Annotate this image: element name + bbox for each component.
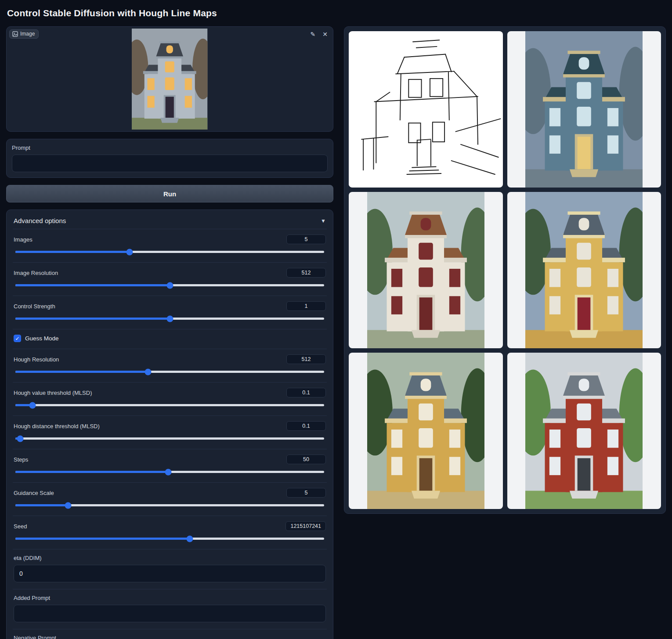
slider-fill [15,284,170,286]
prompt-panel: Prompt [6,139,333,178]
image-label-badge: Image [9,29,39,39]
gallery-item-hough-line-map[interactable] [349,31,503,188]
slider-handle-hough-resolution[interactable] [145,368,152,375]
results-gallery [344,26,666,514]
advanced-options-panel: Advanced options ▼ Images 5 [6,209,333,639]
image-icon [12,31,18,37]
slider-row-steps: Steps 50 [13,449,327,482]
slider-label-image-resolution: Image Resolution [14,270,58,276]
slider-value-images[interactable]: 5 [286,235,326,244]
negative-prompt-row: Negative Prompt [13,629,327,639]
slider-value-hough-value-threshold[interactable]: 0.1 [286,388,326,397]
slider-value-seed[interactable]: 1215107241 [285,521,326,531]
slider-track-hough-distance-threshold[interactable] [15,437,324,440]
slider-handle-steps[interactable] [165,469,171,475]
gallery-item-white-victorian[interactable] [349,192,503,348]
slider-label-hough-resolution: Hough Resolution [14,356,59,363]
slider-label-hough-value-threshold: Hough value threshold (MLSD) [14,390,92,396]
image-label: Image [20,31,35,37]
slider-value-steps[interactable]: 50 [286,455,326,464]
slider-fill [15,371,148,373]
slider-row-seed: Seed 1215107241 [13,516,327,549]
slider-track-images[interactable] [15,251,324,253]
gold-victorian-painting [367,353,484,509]
slider-track-control-strength[interactable] [15,318,324,320]
slider-handle-control-strength[interactable] [166,315,173,322]
slider-row-images: Images 5 [13,229,327,262]
yellow-victorian-painting [525,192,643,348]
slider-track-steps[interactable] [15,471,324,473]
added-prompt-input[interactable] [14,605,326,622]
slider-track-seed[interactable] [15,538,324,540]
collapse-caret-icon: ▼ [321,218,326,224]
clear-image-button[interactable]: ✕ [322,30,329,38]
hough-line-map-image [349,31,503,188]
edit-image-button[interactable]: ✎ [310,30,317,38]
slider-handle-seed[interactable] [187,535,193,542]
gallery-item-gold-victorian[interactable] [349,353,503,509]
slider-fill [15,251,130,253]
slider-label-control-strength: Control Strength [14,303,55,310]
slider-row-control-strength: Control Strength 1 [13,296,327,329]
slider-value-hough-resolution[interactable]: 512 [286,354,326,364]
checkbox-checked-icon[interactable]: ✓ [14,335,21,342]
controls-column: Image ✎ ✕ Prompt Run Advanced [6,26,333,639]
slider-handle-image-resolution[interactable] [166,282,173,289]
slider-label-seed: Seed [14,523,27,530]
added-prompt-row: Added Prompt [13,589,327,629]
slider-handle-hough-value-threshold[interactable] [29,402,36,408]
slider-handle-images[interactable] [126,249,133,255]
eta-field-row: eta (DDIM) [13,549,327,589]
slider-fill [15,538,190,540]
slider-value-guidance-scale[interactable]: 5 [286,488,326,498]
negative-prompt-label: Negative Prompt [14,635,326,639]
slider-row-hough-value-threshold: Hough value threshold (MLSD) 0.1 [13,382,327,415]
input-image-victorian-house-photo [132,29,208,130]
slider-fill [15,318,170,320]
red-brick-victorian-painting [525,353,643,509]
slider-row-hough-resolution: Hough Resolution 512 [13,349,327,382]
prompt-input[interactable] [12,155,328,172]
prompt-label: Prompt [12,144,328,151]
slider-label-images: Images [14,236,33,243]
slider-handle-hough-distance-threshold[interactable] [17,435,23,442]
guess-mode-label: Guess Mode [25,335,59,342]
app-root: Control Stable Diffusion with Hough Line… [0,0,672,639]
slider-value-control-strength[interactable]: 1 [286,301,326,311]
slider-value-image-resolution[interactable]: 512 [286,268,326,278]
guess-mode-checkbox[interactable]: ✓ Guess Mode [13,329,327,349]
added-prompt-label: Added Prompt [14,595,326,601]
slider-fill [15,504,68,506]
gallery-item-blue-victorian[interactable] [507,31,661,188]
slider-label-hough-distance-threshold: Hough distance threshold (MLSD) [14,423,100,430]
advanced-options-accordion[interactable]: Advanced options ▼ [13,215,327,229]
slider-track-hough-value-threshold[interactable] [15,404,324,406]
white-victorian-painting [367,192,484,348]
image-input-panel: Image ✎ ✕ [6,26,333,132]
slider-track-guidance-scale[interactable] [15,504,324,506]
slider-fill [15,471,168,473]
eta-label: eta (DDIM) [14,555,326,561]
run-button[interactable]: Run [6,185,333,202]
slider-value-hough-distance-threshold[interactable]: 0.1 [286,421,326,431]
advanced-options-title: Advanced options [14,217,66,224]
gallery-item-red-brick-victorian[interactable] [507,353,661,509]
gallery-item-yellow-victorian[interactable] [507,192,661,348]
slider-label-steps: Steps [14,456,28,463]
slider-row-image-resolution: Image Resolution 512 [13,262,327,296]
input-image[interactable] [132,29,208,130]
slider-row-hough-distance-threshold: Hough distance threshold (MLSD) 0.1 [13,415,327,449]
blue-victorian-painting [525,31,643,188]
slider-handle-guidance-scale[interactable] [65,502,71,509]
slider-track-hough-resolution[interactable] [15,371,324,373]
eta-input[interactable] [14,565,326,582]
page-title: Control Stable Diffusion with Hough Line… [7,8,666,18]
slider-label-guidance-scale: Guidance Scale [14,490,54,496]
slider-track-image-resolution[interactable] [15,284,324,286]
slider-row-guidance-scale: Guidance Scale 5 [13,482,327,516]
